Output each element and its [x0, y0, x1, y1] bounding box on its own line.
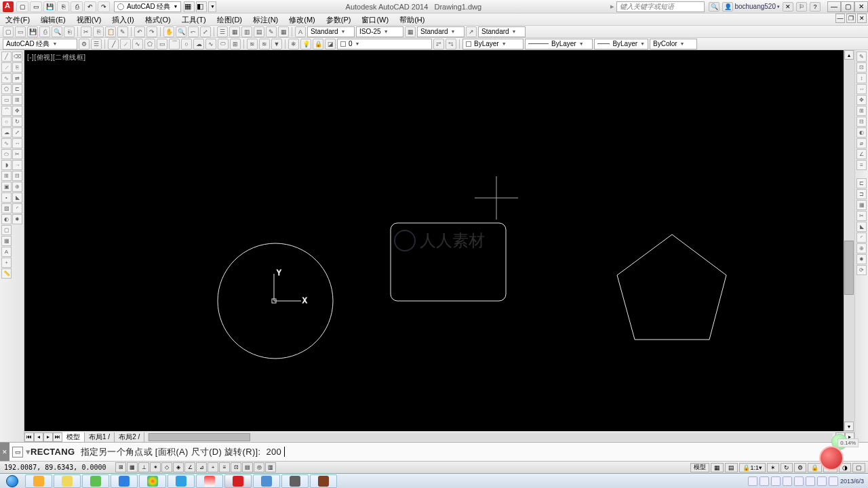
menu-tools[interactable]: 工具(T) — [176, 14, 212, 25]
tray-icon-5[interactable] — [794, 476, 804, 486]
tab-layout2[interactable]: 布局2 / — [115, 432, 144, 442]
r-tool-4-icon[interactable]: ↔ — [856, 84, 867, 94]
pline-tool-icon[interactable]: ∿ — [1, 73, 12, 83]
props-icon[interactable]: ☰ — [217, 26, 228, 37]
tpy-toggle[interactable]: ⊡ — [231, 462, 241, 472]
textstyle-icon[interactable]: A — [295, 26, 306, 37]
qcalc-icon[interactable]: ▦ — [278, 26, 289, 37]
otrack-toggle[interactable]: ∠ — [184, 462, 195, 472]
taskbar-app-6[interactable] — [167, 474, 195, 488]
r-tool-6-icon[interactable]: ⊞ — [856, 106, 867, 116]
table-tool-icon[interactable]: ▦ — [1, 236, 12, 246]
annovis-button[interactable]: ✶ — [767, 463, 779, 472]
tab-layout1[interactable]: 布局1 / — [85, 432, 115, 442]
trim-tool-icon[interactable]: ✂ — [12, 149, 22, 159]
publish-icon[interactable]: ⎗ — [64, 26, 75, 37]
tray-icon-2[interactable] — [760, 476, 769, 486]
menu-edit[interactable]: 编辑(E) — [35, 14, 71, 25]
qviewl-button[interactable]: ▤ — [725, 463, 738, 472]
markup-icon[interactable]: ✎ — [266, 26, 277, 37]
help-icon[interactable]: ? — [810, 2, 821, 12]
qview-button[interactable]: ▦ — [711, 463, 724, 472]
layiso-icon[interactable]: ⥃ — [446, 39, 456, 49]
mirror-tool-icon[interactable]: ⇄ — [12, 73, 22, 83]
ellipse-icon[interactable]: ⬭ — [218, 39, 229, 49]
redo-icon[interactable]: ↷ — [146, 26, 157, 37]
3dosnap-toggle[interactable]: ◈ — [173, 462, 184, 472]
revcloud-tool-icon[interactable]: ☁ — [1, 127, 12, 138]
zoom-icon[interactable]: 🔍 — [176, 26, 186, 37]
r-tool-16-icon[interactable]: ◣ — [856, 222, 867, 232]
tab-model[interactable]: 模型 — [62, 432, 85, 442]
tray-icon-3[interactable] — [771, 476, 781, 486]
layerfreeze-icon[interactable]: ❄ — [288, 39, 299, 49]
polar-toggle[interactable]: ✶ — [150, 462, 161, 472]
start-button[interactable] — [0, 474, 24, 489]
new-icon[interactable]: ▢ — [3, 26, 14, 37]
fillet-tool-icon[interactable]: ◜ — [12, 203, 22, 214]
mleader-icon[interactable]: ↗ — [466, 26, 477, 37]
cut-icon[interactable]: ✂ — [81, 26, 92, 37]
menu-draw[interactable]: 绘图(D) — [212, 14, 248, 25]
explode-tool-icon[interactable]: ✸ — [12, 214, 22, 224]
mdi-minimize-button[interactable]: — — [835, 14, 845, 23]
rect-tool-icon[interactable]: ▭ — [1, 95, 12, 105]
app-icon[interactable] — [3, 1, 14, 12]
minimize-button[interactable]: — — [827, 1, 841, 12]
r-tool-13-icon[interactable]: ⊐ — [856, 189, 867, 199]
maximize-button[interactable]: ▢ — [841, 1, 854, 12]
preview-icon[interactable]: 🔍 — [52, 26, 62, 37]
plotstyle-dropdown[interactable]: ByColor▼ — [650, 39, 697, 49]
search-input[interactable] — [616, 1, 705, 12]
dyn-toggle[interactable]: + — [208, 462, 218, 472]
cmdline-prompt-icon[interactable]: ▭ — [12, 447, 23, 458]
rect-icon[interactable]: ▭ — [157, 39, 167, 49]
pan-icon[interactable]: ✋ — [163, 26, 174, 37]
menu-dimension[interactable]: 标注(N) — [248, 14, 283, 25]
r-tool-20-icon[interactable]: ⟳ — [856, 265, 867, 275]
r-tool-8-icon[interactable]: ◐ — [856, 127, 867, 138]
save-icon[interactable]: 💾 — [27, 26, 38, 37]
circle-icon[interactable]: ○ — [181, 39, 192, 49]
match-icon[interactable]: ✎ — [117, 26, 128, 37]
mdi-restore-button[interactable]: ❐ — [846, 14, 856, 23]
r-tool-11-icon[interactable]: ≡ — [856, 160, 867, 170]
ortho-toggle[interactable]: ⊥ — [138, 462, 149, 472]
spline-icon[interactable]: ∿ — [205, 39, 216, 49]
array-tool-icon[interactable]: ⊞ — [12, 95, 22, 105]
extend-tool-icon[interactable]: → — [12, 160, 22, 170]
revcloud-icon[interactable]: ☁ — [193, 39, 204, 49]
print-icon[interactable]: ⎙ — [71, 1, 83, 12]
menu-insert[interactable]: 插入(I) — [106, 14, 139, 25]
menu-view[interactable]: 视图(V) — [71, 14, 107, 25]
break-tool-icon[interactable]: ⊟ — [12, 171, 22, 181]
am-toggle[interactable]: ▥ — [265, 462, 276, 472]
copy-tool-icon[interactable]: ⎘ — [12, 62, 22, 73]
paste-icon[interactable]: 📋 — [105, 26, 116, 37]
cmdline-close-icon[interactable]: ✕ — [0, 443, 9, 461]
open-icon[interactable]: ▭ — [30, 1, 42, 12]
stayconn-icon[interactable]: ⚐ — [796, 2, 807, 12]
coordinates-display[interactable]: 192.0087, 89.6343, 0.0000 — [0, 464, 115, 471]
hatch-tool-icon[interactable]: ▨ — [1, 203, 12, 214]
scroll-down-icon[interactable]: ▾ — [844, 422, 854, 431]
tablestyle-dropdown[interactable]: Standard▼ — [417, 26, 465, 37]
ducs-toggle[interactable]: ⊿ — [196, 462, 207, 472]
mdi-close-button[interactable]: ✕ — [857, 14, 867, 23]
taskbar-app-4[interactable] — [111, 474, 138, 488]
laymcur-icon[interactable]: ⥂ — [433, 39, 444, 49]
tray-icon-1[interactable] — [748, 476, 757, 486]
stretch-tool-icon[interactable]: ↔ — [12, 138, 22, 148]
wsopt-icon[interactable]: ◧ — [196, 1, 207, 12]
mleaderstyle-dropdown[interactable]: Standard▼ — [478, 26, 526, 37]
linetype-dropdown[interactable]: ByLayer▼ — [525, 39, 593, 49]
gradient-tool-icon[interactable]: ◐ — [1, 214, 12, 224]
tab-prev-icon[interactable]: ◂ — [34, 432, 43, 442]
layerclr-icon[interactable]: ◪ — [325, 39, 336, 49]
xline-icon[interactable]: ⟋ — [120, 39, 131, 49]
taskbar-app-8[interactable] — [253, 474, 280, 488]
annoscale-button[interactable]: 🔒 1:1▾ — [739, 463, 766, 472]
command-line[interactable]: ✕ ▭ ▾ RECTANG 指定另一个角点或 [面积(A) 尺寸(D) 旋转(R… — [0, 442, 868, 461]
chamfer-tool-icon[interactable]: ◣ — [12, 192, 22, 203]
tp-icon[interactable]: ▥ — [241, 26, 252, 37]
